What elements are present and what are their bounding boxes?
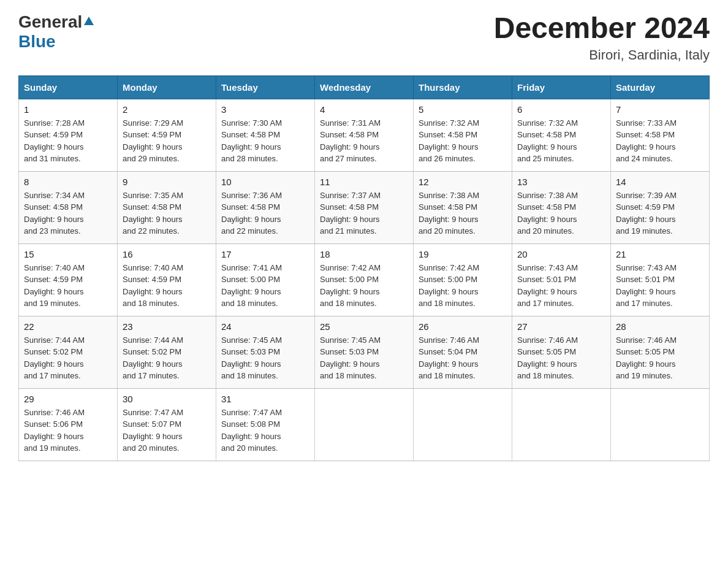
day-cell: 21 Sunrise: 7:43 AM Sunset: 5:01 PM Dayl… (611, 243, 710, 316)
calendar-header: SundayMondayTuesdayWednesdayThursdayFrid… (19, 75, 710, 99)
day-number: 31 (221, 394, 309, 404)
day-number: 22 (24, 321, 112, 332)
day-number: 17 (221, 249, 309, 259)
day-cell: 3 Sunrise: 7:30 AM Sunset: 4:58 PM Dayli… (216, 99, 315, 171)
day-info: Sunrise: 7:46 AM Sunset: 5:05 PM Dayligh… (616, 334, 704, 382)
week-row-5: 29 Sunrise: 7:46 AM Sunset: 5:06 PM Dayl… (19, 388, 710, 461)
day-info: Sunrise: 7:42 AM Sunset: 5:00 PM Dayligh… (320, 262, 408, 310)
day-number: 20 (517, 249, 605, 259)
day-info: Sunrise: 7:46 AM Sunset: 5:05 PM Dayligh… (517, 334, 605, 382)
logo-blue-text: Blue (18, 32, 56, 52)
day-number: 27 (517, 321, 605, 332)
weekday-header-tuesday: Tuesday (216, 75, 315, 99)
day-info: Sunrise: 7:28 AM Sunset: 4:59 PM Dayligh… (24, 117, 112, 165)
day-info: Sunrise: 7:43 AM Sunset: 5:01 PM Dayligh… (517, 262, 605, 310)
day-cell: 26 Sunrise: 7:46 AM Sunset: 5:04 PM Dayl… (414, 316, 512, 388)
weekday-header-friday: Friday (512, 75, 611, 99)
day-info: Sunrise: 7:46 AM Sunset: 5:04 PM Dayligh… (419, 334, 507, 382)
day-cell: 16 Sunrise: 7:40 AM Sunset: 4:59 PM Dayl… (118, 243, 216, 316)
month-title: December 2024 (494, 12, 710, 45)
day-number: 18 (320, 249, 408, 259)
day-number: 29 (24, 394, 112, 404)
day-cell: 15 Sunrise: 7:40 AM Sunset: 4:59 PM Dayl… (19, 243, 118, 316)
day-info: Sunrise: 7:35 AM Sunset: 4:58 PM Dayligh… (123, 190, 211, 237)
day-number: 10 (221, 177, 309, 187)
day-number: 3 (221, 104, 309, 115)
day-info: Sunrise: 7:47 AM Sunset: 5:08 PM Dayligh… (221, 407, 309, 454)
day-info: Sunrise: 7:32 AM Sunset: 4:58 PM Dayligh… (517, 117, 605, 165)
day-number: 14 (616, 177, 704, 187)
logo-triangle-icon (83, 15, 94, 29)
day-info: Sunrise: 7:44 AM Sunset: 5:02 PM Dayligh… (123, 334, 211, 382)
day-info: Sunrise: 7:40 AM Sunset: 4:59 PM Dayligh… (123, 262, 211, 310)
day-cell: 27 Sunrise: 7:46 AM Sunset: 5:05 PM Dayl… (512, 316, 611, 388)
day-info: Sunrise: 7:38 AM Sunset: 4:58 PM Dayligh… (419, 190, 507, 237)
calendar-body: 1 Sunrise: 7:28 AM Sunset: 4:59 PM Dayli… (19, 99, 710, 461)
weekday-header-sunday: Sunday (19, 75, 118, 99)
day-cell: 29 Sunrise: 7:46 AM Sunset: 5:06 PM Dayl… (19, 388, 118, 461)
day-info: Sunrise: 7:39 AM Sunset: 4:59 PM Dayligh… (616, 190, 704, 237)
logo: General Blue (18, 12, 94, 52)
day-info: Sunrise: 7:31 AM Sunset: 4:58 PM Dayligh… (320, 117, 408, 165)
day-number: 30 (123, 394, 211, 404)
week-row-2: 8 Sunrise: 7:34 AM Sunset: 4:58 PM Dayli… (19, 171, 710, 243)
day-cell: 13 Sunrise: 7:38 AM Sunset: 4:58 PM Dayl… (512, 171, 611, 243)
location-subtitle: Birori, Sardinia, Italy (494, 47, 710, 63)
day-cell (512, 388, 611, 461)
day-cell: 31 Sunrise: 7:47 AM Sunset: 5:08 PM Dayl… (216, 388, 315, 461)
day-info: Sunrise: 7:43 AM Sunset: 5:01 PM Dayligh… (616, 262, 704, 310)
day-info: Sunrise: 7:45 AM Sunset: 5:03 PM Dayligh… (221, 334, 309, 382)
weekday-header-wednesday: Wednesday (315, 75, 414, 99)
day-info: Sunrise: 7:29 AM Sunset: 4:59 PM Dayligh… (123, 117, 211, 165)
day-cell: 1 Sunrise: 7:28 AM Sunset: 4:59 PM Dayli… (19, 99, 118, 171)
day-number: 7 (616, 104, 704, 115)
day-cell: 2 Sunrise: 7:29 AM Sunset: 4:59 PM Dayli… (118, 99, 216, 171)
logo-general-text: General (18, 12, 82, 32)
title-block: December 2024 Birori, Sardinia, Italy (494, 12, 710, 63)
day-number: 23 (123, 321, 211, 332)
day-info: Sunrise: 7:44 AM Sunset: 5:02 PM Dayligh… (24, 334, 112, 382)
day-cell: 10 Sunrise: 7:36 AM Sunset: 4:58 PM Dayl… (216, 171, 315, 243)
day-info: Sunrise: 7:41 AM Sunset: 5:00 PM Dayligh… (221, 262, 309, 310)
day-cell: 6 Sunrise: 7:32 AM Sunset: 4:58 PM Dayli… (512, 99, 611, 171)
day-info: Sunrise: 7:34 AM Sunset: 4:58 PM Dayligh… (24, 190, 112, 237)
day-info: Sunrise: 7:37 AM Sunset: 4:58 PM Dayligh… (320, 190, 408, 237)
day-info: Sunrise: 7:36 AM Sunset: 4:58 PM Dayligh… (221, 190, 309, 237)
day-number: 13 (517, 177, 605, 187)
day-cell: 20 Sunrise: 7:43 AM Sunset: 5:01 PM Dayl… (512, 243, 611, 316)
day-cell: 4 Sunrise: 7:31 AM Sunset: 4:58 PM Dayli… (315, 99, 414, 171)
day-cell: 9 Sunrise: 7:35 AM Sunset: 4:58 PM Dayli… (118, 171, 216, 243)
day-cell: 12 Sunrise: 7:38 AM Sunset: 4:58 PM Dayl… (414, 171, 512, 243)
day-cell: 18 Sunrise: 7:42 AM Sunset: 5:00 PM Dayl… (315, 243, 414, 316)
day-number: 6 (517, 104, 605, 115)
day-number: 19 (419, 249, 507, 259)
week-row-3: 15 Sunrise: 7:40 AM Sunset: 4:59 PM Dayl… (19, 243, 710, 316)
weekday-header-saturday: Saturday (611, 75, 710, 99)
day-cell: 19 Sunrise: 7:42 AM Sunset: 5:00 PM Dayl… (414, 243, 512, 316)
day-cell: 22 Sunrise: 7:44 AM Sunset: 5:02 PM Dayl… (19, 316, 118, 388)
day-number: 1 (24, 104, 112, 115)
day-number: 9 (123, 177, 211, 187)
day-info: Sunrise: 7:40 AM Sunset: 4:59 PM Dayligh… (24, 262, 112, 310)
day-cell: 24 Sunrise: 7:45 AM Sunset: 5:03 PM Dayl… (216, 316, 315, 388)
weekday-header-monday: Monday (118, 75, 216, 99)
day-cell (315, 388, 414, 461)
day-cell: 7 Sunrise: 7:33 AM Sunset: 4:58 PM Dayli… (611, 99, 710, 171)
day-number: 2 (123, 104, 211, 115)
day-cell: 5 Sunrise: 7:32 AM Sunset: 4:58 PM Dayli… (414, 99, 512, 171)
day-cell: 17 Sunrise: 7:41 AM Sunset: 5:00 PM Dayl… (216, 243, 315, 316)
day-number: 28 (616, 321, 704, 332)
day-info: Sunrise: 7:38 AM Sunset: 4:58 PM Dayligh… (517, 190, 605, 237)
weekday-header-thursday: Thursday (414, 75, 512, 99)
day-number: 12 (419, 177, 507, 187)
day-cell: 8 Sunrise: 7:34 AM Sunset: 4:58 PM Dayli… (19, 171, 118, 243)
day-info: Sunrise: 7:30 AM Sunset: 4:58 PM Dayligh… (221, 117, 309, 165)
day-number: 5 (419, 104, 507, 115)
day-number: 21 (616, 249, 704, 259)
day-number: 8 (24, 177, 112, 187)
day-number: 16 (123, 249, 211, 259)
day-info: Sunrise: 7:32 AM Sunset: 4:58 PM Dayligh… (419, 117, 507, 165)
calendar-table: SundayMondayTuesdayWednesdayThursdayFrid… (18, 75, 710, 461)
day-cell: 30 Sunrise: 7:47 AM Sunset: 5:07 PM Dayl… (118, 388, 216, 461)
week-row-4: 22 Sunrise: 7:44 AM Sunset: 5:02 PM Dayl… (19, 316, 710, 388)
